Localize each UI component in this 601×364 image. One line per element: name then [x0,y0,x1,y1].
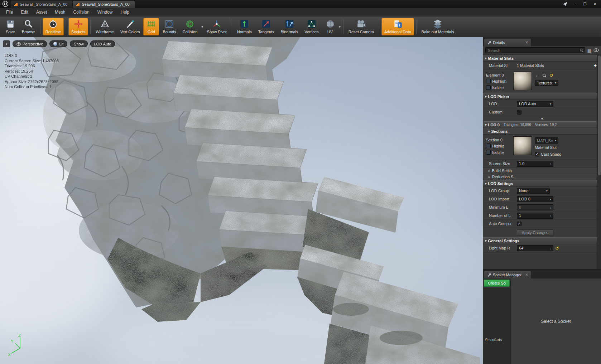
spin-grip-icon[interactable] [550,161,552,166]
menu-file[interactable]: File [2,8,17,16]
binormals-button[interactable]: Binormals [278,18,301,35]
realtime-button[interactable]: Realtime [43,18,64,35]
textures-dropdown[interactable]: Textures [535,80,558,86]
light-map-input[interactable]: 64 [517,245,553,251]
lit-button[interactable]: Lit [49,40,67,47]
doc-tab-1[interactable]: Seawall_StoneStairs_A_00 [11,1,72,8]
lod-picker-expander[interactable] [483,116,601,121]
show-pivot-icon [212,19,221,29]
material-thumbnail[interactable] [513,72,532,90]
cast-shadow-checkbox[interactable] [535,152,539,156]
menu-edit[interactable]: Edit [17,8,32,16]
section-material-dropdown[interactable]: MATI_Se [535,137,558,144]
spin-grip-icon[interactable] [550,213,552,218]
uv-button[interactable]: UV [322,18,338,35]
socket-count-status: 0 sockets [485,338,502,342]
vertices-button[interactable]: Vertices [302,18,321,35]
visibility-eye-icon[interactable] [593,48,599,53]
doc-tab-2[interactable]: Seawall_StoneStairs_A_00 [73,1,134,8]
socket-body: Create So Select a Socket 0 sockets [483,278,601,364]
collision-button[interactable]: Collision [180,18,201,35]
viewport-options-button[interactable] [3,40,10,47]
reset-light-map-icon[interactable] [555,246,559,251]
stat-line: UV Channels: 2 [5,74,59,79]
build-settings-row[interactable]: Build Settin [483,168,601,174]
create-socket-button[interactable]: Create So [484,280,510,287]
auto-compute-checkbox[interactable] [517,222,521,226]
normals-button[interactable]: Normals [234,18,255,35]
send-feedback-icon[interactable] [560,1,569,7]
apply-changes-button[interactable]: Apply Changes [517,229,553,236]
material-slots-header[interactable]: Material Slots [483,55,601,62]
minimum-lod-input[interactable]: 0 [517,204,553,210]
sockets-button[interactable]: Sockets [68,18,88,35]
show-pivot-button[interactable]: Show Pivot [204,18,230,35]
general-settings-header[interactable]: General Settings [483,237,601,244]
perspective-button[interactable]: Perspective [13,40,47,47]
reset-camera-button[interactable]: Reset Camera [346,18,377,35]
lod-settings-header[interactable]: LOD Settings [483,180,601,187]
menu-help[interactable]: Help [116,8,133,16]
custom-checkbox[interactable] [517,110,521,115]
socket-manager-tab[interactable]: Socket Manager [484,271,531,278]
screen-size-input[interactable]: 1.0 [517,161,553,167]
browse-button[interactable]: Browse [19,18,38,35]
sections-header[interactable]: Sections [483,128,601,135]
3d-viewport[interactable]: Perspective Lit Show LOD Auto LOD: 0 Cur… [0,37,483,364]
details-scrollbar[interactable] [597,55,601,269]
spin-grip-icon[interactable] [550,246,552,250]
tangents-button[interactable]: Tangents [255,18,277,35]
isolate-checkbox[interactable] [486,85,491,90]
uv-dropdown-caret[interactable] [338,25,342,29]
minimize-button[interactable] [570,1,580,7]
maximize-button[interactable] [580,1,590,7]
add-material-slot-icon[interactable] [594,63,597,68]
vert-colors-button[interactable]: Vert Colors [117,18,143,35]
spin-grip-icon[interactable] [550,205,552,209]
scrollbar-thumb[interactable] [598,55,601,175]
menu-window[interactable]: Window [93,8,117,16]
bake-out-materials-button[interactable]: Bake out Materials [419,18,457,35]
details-tab[interactable]: Details [484,39,531,46]
browse-to-asset-icon[interactable] [542,73,547,78]
axis-x-label: X [8,353,11,357]
lod0-header[interactable]: LOD 0 Triangles: 19,996 Vertices: 19,2 [483,121,601,128]
reduction-settings-row[interactable]: Reduction S [483,174,601,180]
grid-button[interactable]: Grid [143,18,159,35]
custom-row: Custom [483,108,601,116]
close-button[interactable] [590,1,600,7]
toolbar-separator [90,19,91,34]
property-matrix-icon[interactable]: ▦ [587,48,591,53]
collision-dropdown-caret[interactable] [201,25,204,29]
section-isolate-checkbox[interactable] [486,150,491,155]
menu-asset[interactable]: Asset [32,8,51,16]
lod-dropdown[interactable]: LOD Auto [517,101,553,107]
document-tabs: Seawall_StoneStairs_A_00 Seawall_StoneSt… [11,0,559,8]
save-button[interactable]: Save [3,18,18,35]
show-button[interactable]: Show [70,40,88,47]
viewport-3d-scene[interactable] [0,37,483,364]
lod-picker-header[interactable]: LOD Picker [483,93,601,100]
section-highlight-checkbox[interactable] [486,144,491,148]
bounds-button[interactable]: Bounds [160,18,179,35]
search-input-box[interactable] [485,47,585,53]
lod-import-dropdown[interactable]: LOD 0 [517,196,553,202]
menu-mesh[interactable]: Mesh [51,8,69,16]
reset-material-icon[interactable] [549,73,553,78]
section-material-thumbnail[interactable] [513,136,532,155]
close-icon[interactable] [525,273,528,277]
lod-group-dropdown[interactable]: None [517,188,550,194]
close-icon[interactable] [525,40,528,44]
search-input[interactable] [487,48,580,53]
use-selected-asset-icon[interactable] [535,73,539,78]
menu-collision[interactable]: Collision [69,8,93,16]
number-of-lods-input[interactable]: 1 [517,213,553,219]
socket-list[interactable] [483,288,510,364]
wireframe-button[interactable]: Wireframe [93,18,117,35]
socket-list-column: Create So [483,278,511,364]
lod-auto-button[interactable]: LOD Auto [90,40,115,47]
lit-mode-icon [53,42,57,46]
highlight-checkbox[interactable] [486,79,491,83]
screen-size-row: Screen Size 1.0 [483,160,601,168]
additional-data-button[interactable]: Additional Data [381,18,414,35]
